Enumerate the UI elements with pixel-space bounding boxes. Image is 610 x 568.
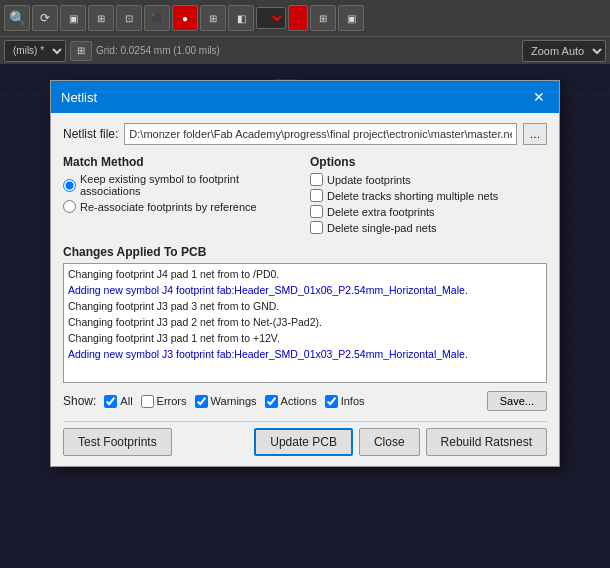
test-footprints-button[interactable]: Test Footprints	[63, 428, 172, 456]
check-delete-single-pad-label: Delete single-pad nets	[327, 222, 436, 234]
dialog-close-button[interactable]: ✕	[529, 87, 549, 107]
tool-btn-1[interactable]: ▣	[60, 5, 86, 31]
grid-label: Grid: 0.0254 mm (1.00 mils)	[96, 45, 220, 56]
change-line-6: Adding new symbol J3 footprint fab:Heade…	[68, 346, 542, 362]
change-line-1: Changing footprint J4 pad 1 net from to …	[68, 266, 542, 282]
changes-box[interactable]: Changing footprint J4 pad 1 net from to …	[63, 263, 547, 383]
check-update-footprints: Update footprints	[310, 173, 547, 186]
filter-infos-label: Infos	[341, 395, 365, 407]
check-delete-extra-label: Delete extra footprints	[327, 206, 435, 218]
netlist-file-row: Netlist file: …	[63, 123, 547, 145]
toolbar-row2: (mils) * ⊞ Grid: 0.0254 mm (1.00 mils) Z…	[0, 36, 610, 64]
tool-btn-7[interactable]: ◧	[228, 5, 254, 31]
update-pcb-button[interactable]: Update PCB	[254, 428, 353, 456]
check-delete-extra-input[interactable]	[310, 205, 323, 218]
check-delete-tracks-input[interactable]	[310, 189, 323, 202]
radio-keep-input[interactable]	[63, 179, 76, 192]
radio-reassociate-label: Re-associate footprints by reference	[80, 201, 257, 213]
options-section: Options Update footprints Delete tracks …	[310, 155, 547, 237]
zoom-out-btn[interactable]: 🔍	[4, 5, 30, 31]
close-button[interactable]: Close	[359, 428, 420, 456]
netlist-file-input[interactable]	[124, 123, 517, 145]
grid-icon[interactable]: ⊞	[70, 41, 92, 61]
filter-errors: Errors	[141, 395, 187, 408]
radio-keep-label: Keep existing symbol to footprint associ…	[80, 173, 300, 197]
save-button[interactable]: Save...	[487, 391, 547, 411]
netlist-dialog: Netlist ✕ Netlist file: … Match Method K…	[50, 80, 560, 467]
show-filter-row: Show: All Errors Warnings Actions Infos	[63, 391, 547, 411]
tool-btn-4[interactable]: ⬛	[144, 5, 170, 31]
changes-section: Changes Applied To PCB Changing footprin…	[63, 245, 547, 383]
layer-color-btn[interactable]	[288, 5, 308, 31]
zoom-select[interactable]: Zoom Auto	[522, 40, 606, 62]
tool-btn-9[interactable]: ▣	[338, 5, 364, 31]
change-line-3: Changing footprint J3 pad 3 net from to …	[68, 298, 542, 314]
browse-icon: …	[530, 128, 541, 140]
tool-btn-8[interactable]: ⊞	[310, 5, 336, 31]
filter-warnings: Warnings	[195, 395, 257, 408]
radio-keep: Keep existing symbol to footprint associ…	[63, 173, 300, 197]
check-delete-single-pad: Delete single-pad nets	[310, 221, 547, 234]
options-row: Match Method Keep existing symbol to foo…	[63, 155, 547, 237]
filter-actions-label: Actions	[281, 395, 317, 407]
filter-infos: Infos	[325, 395, 365, 408]
dialog-body: Netlist file: … Match Method Keep existi…	[51, 113, 559, 466]
tool-btn-5[interactable]: ●	[172, 5, 198, 31]
tool-btn-6[interactable]: ⊞	[200, 5, 226, 31]
check-delete-tracks-label: Delete tracks shorting multiple nets	[327, 190, 498, 202]
netlist-file-label: Netlist file:	[63, 127, 118, 141]
change-line-4: Changing footprint J3 pad 2 net from to …	[68, 314, 542, 330]
filter-warnings-checkbox[interactable]	[195, 395, 208, 408]
radio-reassociate: Re-associate footprints by reference	[63, 200, 300, 213]
bottom-buttons: Test Footprints Update PCB Close Rebuild…	[63, 421, 547, 456]
refresh-btn[interactable]: ⟳	[32, 5, 58, 31]
match-method-section: Match Method Keep existing symbol to foo…	[63, 155, 310, 237]
change-line-5: Changing footprint J3 pad 1 net from to …	[68, 330, 542, 346]
tool-btn-3[interactable]: ⊡	[116, 5, 142, 31]
change-line-2: Adding new symbol J4 footprint fab:Heade…	[68, 282, 542, 298]
browse-button[interactable]: …	[523, 123, 547, 145]
filter-all-label: All	[120, 395, 132, 407]
check-delete-single-pad-input[interactable]	[310, 221, 323, 234]
check-update-footprints-input[interactable]	[310, 173, 323, 186]
tool-btn-2[interactable]: ⊞	[88, 5, 114, 31]
dialog-titlebar: Netlist ✕	[51, 81, 559, 113]
match-method-label: Match Method	[63, 155, 300, 169]
toolbar-row1: 🔍 ⟳ ▣ ⊞ ⊡ ⬛ ● ⊞ ◧ F.Cu (PgUp) ⊞ ▣	[0, 0, 610, 36]
unit-select[interactable]: (mils) *	[4, 40, 66, 62]
filter-warnings-label: Warnings	[211, 395, 257, 407]
filter-all: All	[104, 395, 132, 408]
show-label: Show:	[63, 394, 96, 408]
check-delete-extra: Delete extra footprints	[310, 205, 547, 218]
filter-errors-checkbox[interactable]	[141, 395, 154, 408]
filter-infos-checkbox[interactable]	[325, 395, 338, 408]
check-update-footprints-label: Update footprints	[327, 174, 411, 186]
layer-select[interactable]: F.Cu (PgUp)	[256, 7, 286, 29]
rebuild-ratsnest-button[interactable]: Rebuild Ratsnest	[426, 428, 547, 456]
options-label: Options	[310, 155, 547, 169]
dialog-title: Netlist	[61, 90, 97, 105]
check-delete-tracks: Delete tracks shorting multiple nets	[310, 189, 547, 202]
filter-all-checkbox[interactable]	[104, 395, 117, 408]
radio-reassociate-input[interactable]	[63, 200, 76, 213]
filter-actions: Actions	[265, 395, 317, 408]
filter-actions-checkbox[interactable]	[265, 395, 278, 408]
filter-errors-label: Errors	[157, 395, 187, 407]
changes-label: Changes Applied To PCB	[63, 245, 547, 259]
